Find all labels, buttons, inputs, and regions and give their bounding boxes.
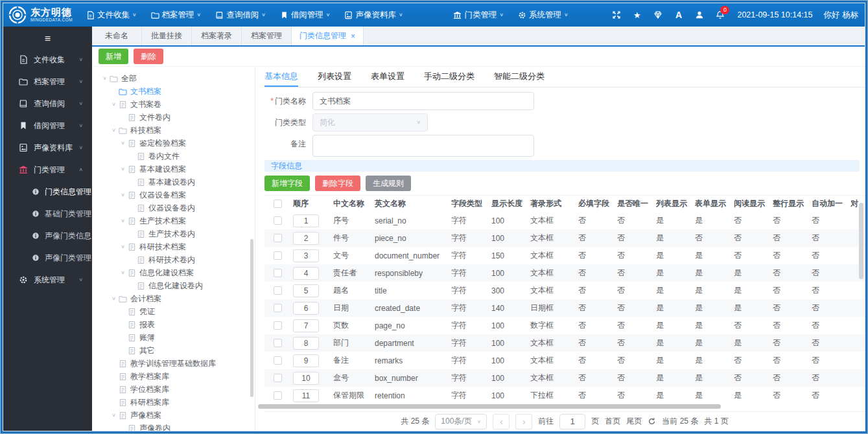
order-input[interactable] (293, 249, 319, 262)
delete-button[interactable]: 删除 (134, 49, 163, 64)
tree-node[interactable]: ∨ 信息化建设档案 (92, 266, 255, 279)
tree-node[interactable]: 声像卷内 (92, 422, 255, 431)
sidebar-subitem-base-category[interactable]: 基础门类管理 (3, 203, 92, 225)
expand-arrow-icon[interactable]: ∨ (118, 270, 128, 275)
tab-archive-manage[interactable]: 档案管理 (242, 27, 292, 45)
delete-field-button[interactable]: 删除字段 (315, 176, 360, 191)
expand-arrow-icon[interactable]: ∨ (118, 218, 128, 223)
close-icon[interactable]: × (351, 32, 355, 41)
sidebar-subitem-media-category-info[interactable]: 声像门类信息 (3, 225, 92, 247)
expand-arrow-icon[interactable]: ∨ (109, 413, 119, 418)
expand-arrow-icon[interactable]: ∨ (109, 102, 119, 107)
tree-node[interactable]: 教学档案库 (92, 370, 255, 383)
expand-arrow-icon[interactable]: ∨ (118, 244, 128, 249)
topnav-borrow-manage[interactable]: 借阅管理∨ (280, 10, 331, 21)
favorite-star-icon[interactable]: ★ (632, 10, 642, 20)
tab-manual-subclass[interactable]: 手动二级分类 (424, 67, 475, 87)
bell-icon[interactable]: 0 (715, 10, 725, 20)
row-checkbox[interactable] (274, 339, 282, 347)
sidebar-item-borrow-manage[interactable]: 借阅管理∨ (3, 115, 92, 137)
tab-batch-attach[interactable]: 批量挂接 (142, 27, 192, 45)
font-size-icon[interactable]: A (674, 10, 683, 20)
row-checkbox[interactable] (274, 356, 282, 365)
fullscreen-icon[interactable] (611, 10, 621, 20)
order-input[interactable] (293, 372, 319, 385)
tree-node[interactable]: 科研技术卷内 (92, 253, 255, 266)
topnav-category-manage[interactable]: 门类管理∨ (453, 10, 504, 21)
next-page-button[interactable]: › (515, 414, 532, 429)
tree-node[interactable]: 卷内文件 (92, 150, 255, 163)
table-vertical-scrollbar[interactable] (859, 203, 863, 279)
sidebar-subitem-category-info[interactable]: 门类信息管理 (3, 181, 92, 203)
sidebar-subitem-media-category-manage[interactable]: 声像门类管理 (3, 247, 92, 269)
tree-node[interactable]: 信息化建设卷内 (92, 279, 255, 292)
sidebar-item-media-library[interactable]: 声像资料库∨ (3, 137, 92, 159)
sidebar-item-file-collect[interactable]: 文件收集∨ (3, 49, 92, 71)
category-name-input[interactable] (312, 92, 534, 110)
order-input[interactable] (293, 337, 319, 350)
tree-scrollbar[interactable] (250, 239, 253, 397)
tree-node[interactable]: ∨ 文书案卷 (92, 98, 255, 111)
order-input[interactable] (293, 214, 319, 227)
refresh-icon[interactable] (648, 417, 656, 426)
add-button[interactable]: 新增 (99, 49, 128, 64)
tree-node[interactable]: ∨ 声像档案 (92, 409, 255, 422)
tab-form-settings[interactable]: 表单设置 (371, 67, 405, 87)
gem-icon[interactable] (653, 10, 663, 20)
row-checkbox[interactable] (274, 251, 282, 260)
topnav-media-library[interactable]: 声像资料库∨ (344, 10, 403, 21)
tree-node[interactable]: 其它 (92, 344, 255, 357)
order-input[interactable] (293, 302, 319, 315)
tree-node[interactable]: ∨ 科技档案 (92, 124, 255, 137)
prev-page-button[interactable]: ‹ (493, 414, 510, 429)
topnav-file-collect[interactable]: 文件收集∨ (86, 10, 137, 21)
expand-arrow-icon[interactable]: ∨ (109, 128, 119, 133)
order-input[interactable] (293, 319, 319, 332)
add-field-button[interactable]: 新增字段 (264, 176, 310, 191)
tree-node[interactable]: 生产技术卷内 (92, 227, 255, 240)
sidebar-item-query-borrow[interactable]: 查询借阅∨ (3, 93, 92, 115)
row-checkbox[interactable] (274, 234, 282, 242)
tree-node[interactable]: 凭证 (92, 305, 255, 318)
sidebar-item-category-manage[interactable]: 门类管理∧ (3, 159, 92, 181)
category-type-select[interactable]: 简化 ∨ (312, 113, 428, 131)
tree-node[interactable]: ∨ 会计档案 (92, 292, 255, 305)
tab-unnamed[interactable]: 未命名 (92, 27, 142, 45)
tab-smart-subclass[interactable]: 智能二级分类 (494, 67, 545, 87)
row-checkbox[interactable] (274, 321, 282, 330)
row-checkbox[interactable] (274, 391, 282, 400)
remark-textarea[interactable] (312, 135, 534, 157)
tree-node[interactable]: ∨ 基本建设档案 (92, 163, 255, 176)
row-checkbox[interactable] (274, 304, 282, 312)
tree-node[interactable]: 文书档案 (92, 85, 255, 98)
tree-node[interactable]: 文件卷内 (92, 111, 255, 124)
expand-arrow-icon[interactable]: ∨ (118, 166, 128, 172)
page-number-input[interactable] (559, 414, 585, 429)
tab-list-settings[interactable]: 列表设置 (318, 67, 351, 87)
order-input[interactable] (293, 354, 319, 367)
tab-category-info-manage[interactable]: 门类信息管理× (292, 27, 364, 45)
sidebar-item-system-manage[interactable]: 系统管理∨ (3, 269, 92, 291)
tab-archive-entry[interactable]: 档案著录 (192, 27, 242, 45)
expand-arrow-icon[interactable]: ∨ (118, 141, 128, 146)
expand-arrow-icon[interactable]: ∨ (118, 192, 128, 198)
tree-node[interactable]: ∨ 鉴定检验档案 (92, 137, 255, 150)
tab-basic-info[interactable]: 基本信息 (264, 67, 298, 87)
row-checkbox[interactable] (274, 269, 282, 277)
tree-node[interactable]: 仪器设备卷内 (92, 201, 255, 214)
tree-node[interactable]: ∨ 科研技术档案 (92, 240, 255, 253)
table-horizontal-scrollbar[interactable] (258, 404, 721, 409)
page-size-select[interactable]: 100条/页 ∨ (435, 414, 487, 429)
expand-arrow-icon[interactable]: ∨ (109, 296, 119, 301)
tree-node[interactable]: 报表 (92, 318, 255, 331)
topnav-system-manage[interactable]: 系统管理∨ (518, 10, 569, 21)
order-input[interactable] (293, 284, 319, 297)
row-checkbox[interactable] (274, 374, 282, 382)
tree-node[interactable]: 教学训练管理基础数据库 (92, 357, 255, 370)
order-input[interactable] (293, 389, 319, 402)
last-page-link[interactable]: 尾页 (626, 416, 642, 427)
topnav-query-borrow[interactable]: 查询借阅∨ (215, 10, 266, 21)
first-page-link[interactable]: 首页 (605, 416, 620, 427)
order-input[interactable] (293, 267, 319, 280)
collapse-menu-icon[interactable]: ≡ (3, 29, 92, 49)
